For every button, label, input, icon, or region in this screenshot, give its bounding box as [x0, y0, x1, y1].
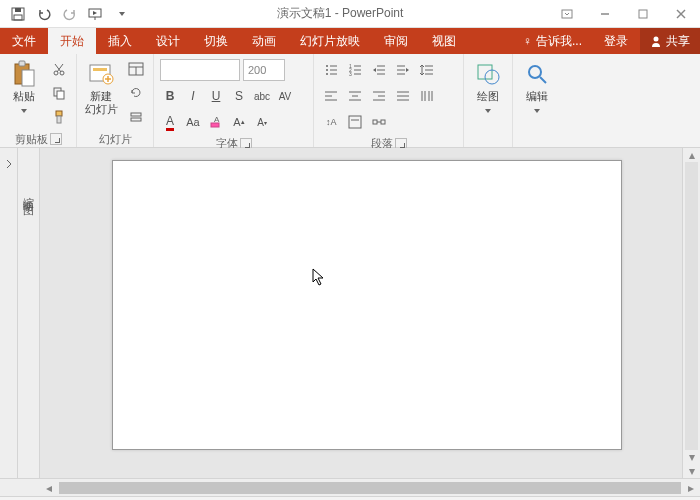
ribbon-options-icon[interactable]	[548, 0, 586, 28]
bulb-icon: ♀	[523, 34, 532, 48]
svg-rect-12	[19, 61, 25, 66]
outline-pane[interactable]: 缩略图	[18, 148, 40, 478]
tab-review[interactable]: 审阅	[372, 28, 420, 54]
window-controls	[548, 0, 700, 28]
scroll-right-icon[interactable]: ▸	[682, 479, 700, 496]
scroll-down-icon[interactable]: ▾	[683, 450, 700, 464]
justify-icon[interactable]	[392, 85, 414, 107]
start-from-beginning-icon[interactable]	[86, 4, 106, 24]
svg-text:↕A: ↕A	[326, 117, 337, 127]
strikethrough-button[interactable]: S	[229, 85, 249, 107]
scroll-left-icon[interactable]: ◂	[40, 479, 58, 496]
maximize-icon[interactable]	[624, 0, 662, 28]
svg-rect-1	[15, 8, 21, 12]
svg-rect-72	[349, 116, 361, 128]
bullets-icon[interactable]	[320, 59, 342, 81]
align-right-icon[interactable]	[368, 85, 390, 107]
undo-icon[interactable]	[34, 4, 54, 24]
editing-button[interactable]: 编辑	[517, 56, 557, 116]
scroll-track[interactable]	[685, 162, 698, 450]
text-direction-icon[interactable]: ↕A	[320, 111, 342, 133]
new-slide-button[interactable]: 新建 幻灯片	[81, 56, 121, 116]
group-editing: 编辑	[513, 54, 561, 147]
new-slide-icon	[87, 60, 115, 88]
svg-rect-74	[373, 120, 377, 124]
grow-font-button[interactable]: A▴	[229, 111, 249, 133]
cut-icon[interactable]	[48, 58, 70, 80]
bold-button[interactable]: B	[160, 85, 180, 107]
slide-canvas-area[interactable]	[40, 148, 682, 478]
font-size-input[interactable]: 200	[243, 59, 285, 81]
underline-button[interactable]: U	[206, 85, 226, 107]
clear-format-button[interactable]: A	[206, 111, 226, 133]
save-icon[interactable]	[8, 4, 28, 24]
svg-rect-13	[22, 70, 34, 86]
tab-animations[interactable]: 动画	[240, 28, 288, 54]
svg-rect-19	[57, 91, 64, 99]
thumbnail-collapse[interactable]	[0, 148, 18, 478]
tab-design[interactable]: 设计	[144, 28, 192, 54]
tab-slideshow[interactable]: 幻灯片放映	[288, 28, 372, 54]
svg-rect-7	[639, 10, 647, 18]
indent-increase-icon[interactable]	[392, 59, 414, 81]
tab-insert[interactable]: 插入	[96, 28, 144, 54]
svg-point-16	[54, 71, 58, 75]
line-spacing-icon[interactable]	[416, 59, 438, 81]
redo-icon[interactable]	[60, 4, 80, 24]
svg-rect-5	[562, 10, 572, 18]
italic-button[interactable]: I	[183, 85, 203, 107]
svg-rect-75	[381, 120, 385, 124]
group-drawing: 绘图	[464, 54, 513, 147]
indent-decrease-icon[interactable]	[368, 59, 390, 81]
char-spacing-button[interactable]: AV	[275, 85, 295, 107]
svg-rect-20	[56, 111, 62, 116]
columns-icon[interactable]	[416, 85, 438, 107]
copy-icon[interactable]	[48, 82, 70, 104]
align-left-icon[interactable]	[320, 85, 342, 107]
shadow-button[interactable]: abc	[252, 85, 272, 107]
paste-icon	[10, 60, 38, 88]
shapes-icon	[474, 60, 502, 88]
change-case-button[interactable]: Aa	[183, 111, 203, 133]
group-paragraph: 123 ↕A 段落	[314, 54, 464, 147]
tab-view[interactable]: 视图	[420, 28, 468, 54]
tell-me[interactable]: ♀告诉我...	[513, 28, 592, 54]
hscroll-track[interactable]	[59, 482, 681, 494]
tab-file[interactable]: 文件	[0, 28, 48, 54]
shrink-font-button[interactable]: A▾	[252, 111, 272, 133]
font-name-input[interactable]	[160, 59, 240, 81]
vertical-scrollbar[interactable]: ▴ ▾ ▾	[682, 148, 700, 478]
work-area: 缩略图 ▴ ▾ ▾	[0, 148, 700, 478]
smartart-icon[interactable]	[368, 111, 390, 133]
next-slide-icon[interactable]: ▾	[683, 464, 700, 478]
share-button[interactable]: 共享	[640, 28, 700, 54]
signin-link[interactable]: 登录	[592, 28, 640, 54]
svg-text:A: A	[214, 115, 220, 124]
svg-rect-30	[131, 113, 141, 116]
tab-home[interactable]: 开始	[48, 28, 96, 54]
clipboard-label: 剪贴板	[15, 132, 48, 147]
align-text-icon[interactable]	[344, 111, 366, 133]
font-color-button[interactable]: A	[160, 111, 180, 133]
slide[interactable]	[112, 160, 622, 450]
svg-rect-23	[93, 68, 107, 71]
find-icon	[523, 60, 551, 88]
tab-transitions[interactable]: 切换	[192, 28, 240, 54]
scroll-up-icon[interactable]: ▴	[683, 148, 700, 162]
numbering-icon[interactable]: 123	[344, 59, 366, 81]
horizontal-scrollbar[interactable]: ◂ ▸	[0, 478, 700, 496]
paste-button[interactable]: 粘贴	[4, 56, 44, 116]
ribbon: 粘贴 剪贴板 新建 幻灯片 幻灯片	[0, 54, 700, 148]
close-icon[interactable]	[662, 0, 700, 28]
reset-icon[interactable]	[125, 82, 147, 104]
drawing-button[interactable]: 绘图	[468, 56, 508, 116]
qat-customize-icon[interactable]	[112, 4, 132, 24]
clipboard-launcher[interactable]	[50, 133, 62, 145]
layout-icon[interactable]	[125, 58, 147, 80]
align-center-icon[interactable]	[344, 85, 366, 107]
hscroll-thumb[interactable]	[59, 482, 681, 494]
section-icon[interactable]	[125, 106, 147, 128]
format-painter-icon[interactable]	[48, 106, 70, 128]
svg-point-17	[60, 71, 64, 75]
minimize-icon[interactable]	[586, 0, 624, 28]
